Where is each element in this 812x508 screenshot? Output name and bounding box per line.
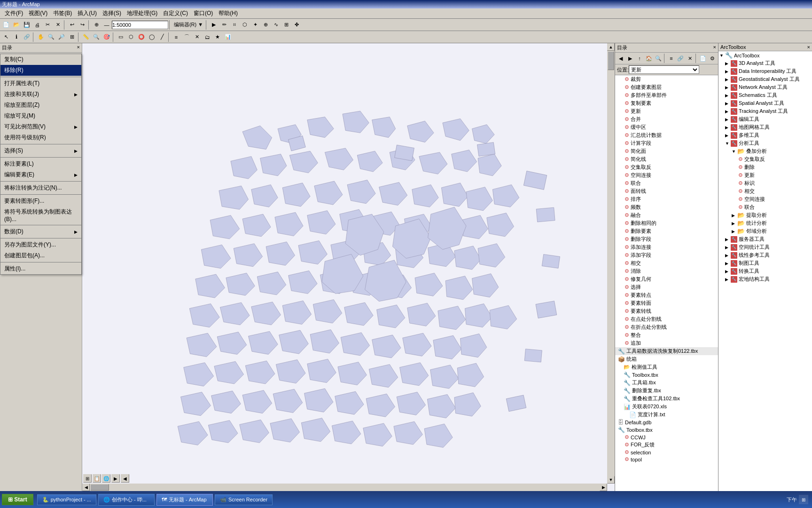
tree-item-simplify-line[interactable]: ⚙简化线 <box>615 155 718 163</box>
cut-btn[interactable]: ✂ <box>42 20 53 30</box>
menu-bookmark[interactable]: 书签(B) <box>50 8 75 18</box>
menu-view[interactable]: 视图(V) <box>26 8 50 18</box>
ctx-save-layer[interactable]: 另存为图层文件(Y)... <box>0 239 81 250</box>
menu-select[interactable]: 选择(S) <box>100 8 124 18</box>
tree-item-selection[interactable]: ⚙selection <box>615 449 718 456</box>
tree-item-add-field[interactable]: ⚙添加字段 <box>615 251 718 259</box>
tree-item-detect-tool[interactable]: 📂检测值工具 <box>615 363 718 371</box>
lasso-btn[interactable]: ⭕ <box>136 32 147 42</box>
ctx-selection[interactable]: 选择(S)▶ <box>0 145 81 156</box>
catalog-close[interactable]: × <box>713 44 716 51</box>
editor-btn[interactable]: 编辑器(R) ▼ <box>172 20 205 30</box>
tree-item-integrate[interactable]: ⚙整合 <box>615 331 718 339</box>
cat-view[interactable]: ≡ <box>667 53 676 64</box>
nav-back-btn[interactable]: ◀ <box>121 474 129 483</box>
tree-item-split-at-vertex[interactable]: ⚙在折点处分割线 <box>615 323 718 331</box>
trace-btn[interactable]: ∿ <box>271 20 281 30</box>
taskbar-btn-creator[interactable]: 🌐 创作中心 - 哔... <box>98 494 155 506</box>
at-network[interactable]: ▶ 🔧 Network Analyst 工具 <box>718 83 812 91</box>
ctx-visible-range[interactable]: 可见比例范围(V)▶ <box>0 121 81 132</box>
tree-item-multipart[interactable]: ⚙多部件至单部件 <box>615 91 718 99</box>
tree-item-for-feedback[interactable]: ⚙FOR_反馈 <box>615 441 718 449</box>
tree-item-select[interactable]: ⚙选择 <box>615 283 718 291</box>
at-geostat[interactable]: ▶ 🔧 Geostatistical Analyst 工具 <box>718 75 812 83</box>
ctx-remove[interactable]: 移除(R) <box>0 65 81 76</box>
cat-back[interactable]: ◀ <box>616 53 625 64</box>
scroll-thumb-v[interactable] <box>608 51 614 70</box>
at-mapgrid[interactable]: ▶ 🔧 地图网格工具 <box>718 123 812 131</box>
scroll-thumb-h[interactable] <box>90 484 109 491</box>
toc-close[interactable]: × <box>77 44 80 51</box>
at-spatjoin2[interactable]: ⚙ 空间连接 <box>718 195 812 203</box>
tree-item-frequency[interactable]: ⚙频数 <box>615 203 718 211</box>
taskbar-btn-arcmap[interactable]: 🗺 无标题 - ArcMap <box>156 494 213 506</box>
ctx-edit[interactable]: 编辑要素(E)▶ <box>0 169 81 180</box>
tree-item-simplify-poly[interactable]: ⚙简化面 <box>615 147 718 155</box>
graph-btn[interactable]: 📊 <box>223 32 233 42</box>
at-spatstat[interactable]: ▶ 🔧 空间统计工具 <box>718 243 812 251</box>
ctx-label[interactable]: 标注要素(L) <box>0 159 81 169</box>
at-overlay[interactable]: ▼ 📂 叠加分析 <box>718 147 812 155</box>
ctx-feature-graphic[interactable]: 要素转图形(F)... <box>0 196 81 206</box>
tree-item-delete-field[interactable]: ⚙删除字段 <box>615 235 718 243</box>
scroll-up-btn[interactable]: ▲ <box>607 43 615 51</box>
line-sel-btn[interactable]: ╱ <box>157 32 167 42</box>
ctx-label-anno[interactable]: 将标注转换为注记(N)... <box>0 183 81 193</box>
goto-btn[interactable]: 🎯 <box>102 32 112 42</box>
move-btn[interactable]: ✤ <box>291 20 302 30</box>
tree-item-overlap-check[interactable]: 🔧重叠检查工具102.tbx <box>615 395 718 403</box>
tree-item-dissolve[interactable]: ⚙融合 <box>615 211 718 219</box>
scroll-right-btn[interactable]: ▶ <box>600 484 607 491</box>
nav-scene-btn[interactable]: 🌐 <box>102 474 110 483</box>
vertex-btn[interactable]: ⌗ <box>229 20 240 30</box>
tree-item-default-gdb[interactable]: 🗄Default.gdb <box>615 419 718 426</box>
at-spatial[interactable]: ▶ 🔧 Spatial Analyst 工具 <box>718 99 812 107</box>
hyperlink-btn[interactable]: 🔗 <box>22 32 32 42</box>
ctx-create-pkg[interactable]: 创建图层包(A)... <box>0 250 81 261</box>
redo-btn[interactable]: ↪ <box>77 20 87 30</box>
split-btn[interactable]: ✦ <box>250 20 260 30</box>
zoom-map-in[interactable]: 🔍 <box>46 32 56 42</box>
effects-btn[interactable]: ★ <box>212 32 223 42</box>
tree-item-update[interactable]: ⚙更新 <box>615 107 718 115</box>
tree-item-toolbox4[interactable]: 🔧工具箱.tbx <box>615 379 718 387</box>
at-server[interactable]: ▶ 🔧 服务器工具 <box>718 235 812 243</box>
tree-item-toolbox-main[interactable]: 🔧Toolbox.tbx <box>615 426 718 434</box>
at-identity[interactable]: ⚙ 标识 <box>718 179 812 187</box>
at-root[interactable]: ▼ 🔧 ArcToolbox <box>718 51 812 59</box>
nav-data-btn[interactable]: 📋 <box>93 474 101 483</box>
scroll-down-btn[interactable]: ▼ <box>607 476 615 484</box>
tree-item-width-calc[interactable]: 📄宽度计算.txt <box>615 411 718 419</box>
tree-item-topol[interactable]: ⚙topol <box>615 456 718 463</box>
pan-btn[interactable]: ✋ <box>36 32 46 42</box>
tree-item-delete-identical[interactable]: ⚙删除相同的 <box>615 219 718 227</box>
find-btn[interactable]: 🔍 <box>91 32 102 42</box>
clear-btn[interactable]: ✕ <box>192 32 202 42</box>
at-extract[interactable]: ▶ 📂 提取分析 <box>718 211 812 219</box>
ctx-zoom-visible[interactable]: 缩放可见(M) <box>0 111 81 121</box>
pointer-btn[interactable]: ▶ <box>209 20 219 30</box>
tree-item-merge[interactable]: ⚙合并 <box>615 115 718 123</box>
menu-geoprocess[interactable]: 地理处理(G) <box>124 8 160 18</box>
rect-sel-btn[interactable]: ▭ <box>116 32 126 42</box>
at-multidim[interactable]: ▶ 🔧 多维工具 <box>718 131 812 139</box>
tree-item-delete-features[interactable]: ⚙删除要素 <box>615 227 718 235</box>
taskbar-corner[interactable]: ⊞ <box>799 495 808 504</box>
tree-item-feat-to-poly[interactable]: ⚙要素转面 <box>615 299 718 307</box>
at-symdiff[interactable]: ⚙ 交集取反 <box>718 155 812 163</box>
cat-home[interactable]: 🏠 <box>644 53 654 64</box>
select-btn[interactable]: ↖ <box>1 32 11 42</box>
tree-item-buffer[interactable]: ⚙缓中区 <box>615 123 718 131</box>
reshape-btn[interactable]: ⬡ <box>240 20 250 30</box>
delete-btn[interactable]: ✕ <box>53 20 63 30</box>
cat-forward[interactable]: ▶ <box>625 53 635 64</box>
tree-item-eliminate[interactable]: ⚙消除 <box>615 267 718 275</box>
map-vscrollbar[interactable]: ▲ ▼ <box>607 43 615 484</box>
tree-item-dup-remove[interactable]: 🔧删除重复.tbx <box>615 387 718 395</box>
poly-sel-btn[interactable]: ⬡ <box>126 32 136 42</box>
zoom-map-out[interactable]: 🔎 <box>56 32 67 42</box>
tree-item-poly-line[interactable]: ⚙面转线 <box>615 187 718 195</box>
tree-item-append[interactable]: ⚙追加 <box>615 339 718 347</box>
tree-item-toolbox1[interactable]: 🔧工具箱数据清洗恢复制0122.tbx <box>615 347 718 355</box>
nav-forward-btn[interactable]: ▶ <box>111 474 120 483</box>
